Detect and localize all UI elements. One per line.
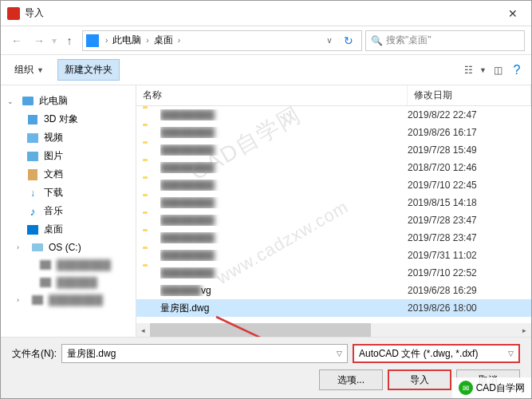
file-name: ████████	[160, 215, 408, 226]
file-row[interactable]: ████████2019/7/28 23:47	[136, 229, 531, 247]
horizontal-scrollbar[interactable]: ◂ ▸	[136, 323, 531, 337]
chevron-down-icon[interactable]: ▽	[508, 350, 514, 358]
file-date: 2019/6/28 16:29	[408, 285, 525, 296]
scroll-left-button[interactable]: ◂	[136, 323, 150, 337]
options-button[interactable]: 选项...	[319, 369, 383, 390]
column-date-header[interactable]: 修改日期	[408, 85, 531, 105]
nav-up-button[interactable]: ↑	[60, 31, 79, 50]
close-button[interactable]: ✕	[495, 1, 531, 26]
file-row[interactable]: ██████vg2019/6/28 16:29	[136, 282, 531, 299]
sidebar-item-blurred[interactable]: ████████	[1, 256, 136, 274]
chevron-down-icon: ▼	[37, 66, 44, 74]
wechat-badge: ✉ CAD自学网	[452, 377, 531, 398]
path-segment[interactable]: 桌面	[152, 34, 175, 47]
music-icon: ♪	[26, 205, 39, 218]
sidebar-item-pictures[interactable]: 图片	[1, 147, 136, 165]
chevron-down-icon[interactable]: ▽	[337, 350, 342, 358]
pc-icon	[22, 97, 33, 105]
sidebar-item-videos[interactable]: 视频	[1, 128, 136, 147]
new-folder-button[interactable]: 新建文件夹	[57, 59, 120, 81]
file-name: 量房图.dwg	[160, 302, 408, 315]
import-button[interactable]: 导入	[388, 369, 451, 390]
file-name: ████████	[160, 197, 408, 208]
sidebar-item-blurred[interactable]: › ████████	[1, 291, 136, 309]
titlebar: 导入 ✕	[1, 1, 531, 26]
file-date: 2019/7/31 11:02	[408, 250, 525, 261]
nav-forward-button[interactable]: →	[30, 31, 49, 50]
app-icon	[7, 7, 20, 20]
sidebar-item-blurred[interactable]: ██████	[1, 274, 136, 291]
file-date: 2019/8/26 16:17	[408, 127, 525, 138]
file-row[interactable]: ████████2019/8/26 16:17	[136, 124, 531, 141]
nav-back-button[interactable]: ←	[7, 31, 26, 50]
file-name: ████████	[160, 162, 408, 173]
column-name-header[interactable]: 名称	[136, 85, 408, 105]
toolbar: 组织 ▼ 新建文件夹 ☷ ▼ ◫ ?	[1, 55, 531, 85]
file-name: ████████	[160, 267, 408, 279]
chevron-right-icon[interactable]: ›	[175, 36, 183, 45]
file-date: 2019/7/10 22:52	[408, 267, 525, 279]
picture-icon	[27, 152, 38, 161]
drive-icon	[32, 243, 43, 251]
file-date: 2019/8/26 18:00	[408, 302, 525, 314]
sidebar-item-documents[interactable]: 文档	[1, 165, 136, 184]
path-segment[interactable]: 此电脑	[111, 34, 143, 47]
search-icon: 🔍	[371, 35, 383, 46]
cube-icon	[28, 115, 37, 124]
file-date: 2019/8/15 14:18	[408, 197, 525, 208]
file-row[interactable]: ████████2019/8/22 22:47	[136, 106, 531, 124]
file-row[interactable]: ████████2019/7/10 22:52	[136, 264, 531, 282]
scroll-thumb[interactable]	[150, 323, 371, 337]
expand-icon[interactable]: ⌄	[7, 97, 17, 105]
file-name: ████████	[160, 127, 408, 138]
file-list: 名称 修改日期 ████████2019/8/22 22:47████████2…	[136, 85, 531, 337]
search-input[interactable]: 🔍 搜索"桌面"	[365, 30, 525, 51]
folder-icon	[143, 249, 156, 262]
file-row[interactable]: 量房图.dwg2019/8/26 18:00	[136, 299, 531, 317]
filetype-filter-dropdown[interactable]: AutoCAD 文件 (*.dwg, *.dxf) ▽	[353, 344, 520, 363]
filename-input[interactable]: 量房图.dwg ▽	[61, 344, 348, 363]
sidebar-item-desktop[interactable]: 桌面	[1, 220, 136, 239]
folder-icon	[143, 179, 156, 192]
file-row[interactable]: ████████2019/8/15 14:18	[136, 194, 531, 211]
sidebar-item-this-pc[interactable]: ⌄ 此电脑	[1, 92, 136, 110]
folder-icon	[143, 231, 156, 244]
chevron-right-icon[interactable]: ›	[143, 36, 152, 45]
folder-icon	[143, 196, 156, 209]
chevron-down-icon[interactable]: ▼	[479, 66, 487, 74]
help-icon[interactable]: ?	[509, 62, 525, 78]
preview-pane-icon[interactable]: ◫	[490, 62, 506, 78]
download-icon: ↓	[26, 187, 39, 200]
expand-icon[interactable]: ›	[17, 243, 26, 251]
file-name: ██████vg	[160, 285, 408, 296]
file-row[interactable]: ████████2019/7/31 11:02	[136, 247, 531, 264]
organize-button[interactable]: 组织 ▼	[7, 59, 51, 81]
window-title: 导入	[25, 6, 44, 20]
video-icon	[27, 133, 38, 143]
chevron-right-icon[interactable]: ›	[102, 36, 111, 45]
file-name: ████████	[160, 144, 408, 156]
file-icon	[143, 284, 156, 297]
filename-label: 文件名(N):	[12, 347, 57, 361]
view-list-icon[interactable]: ☷	[460, 62, 476, 78]
sidebar-item-downloads[interactable]: ↓ 下载	[1, 184, 136, 202]
file-date: 2018/7/20 12:46	[408, 162, 525, 173]
file-date: 2019/7/28 23:47	[408, 215, 525, 226]
expand-icon[interactable]: ›	[17, 296, 26, 304]
file-row[interactable]: ████████2018/7/20 12:46	[136, 159, 531, 176]
sidebar-item-3d-objects[interactable]: 3D 对象	[1, 110, 136, 128]
file-date: 2019/7/10 22:45	[408, 180, 525, 191]
scroll-right-button[interactable]: ▸	[518, 323, 531, 337]
file-date: 2019/7/28 15:49	[408, 144, 525, 156]
sidebar-item-music[interactable]: ♪ 音乐	[1, 202, 136, 220]
folder-icon	[143, 267, 156, 279]
refresh-button[interactable]: ↻	[339, 31, 358, 50]
document-icon	[28, 169, 37, 180]
nav-history-dropdown[interactable]: ▾	[52, 35, 57, 46]
file-row[interactable]: ████████2019/7/28 23:47	[136, 211, 531, 229]
file-row[interactable]: ████████2019/7/10 22:45	[136, 176, 531, 194]
path-breadcrumb[interactable]: › 此电脑 › 桌面 › v ↻	[82, 30, 362, 51]
sidebar-item-drive-c[interactable]: › OS (C:)	[1, 239, 136, 256]
path-dropdown-button[interactable]: v	[320, 31, 339, 50]
file-row[interactable]: ████████2019/7/28 15:49	[136, 141, 531, 159]
